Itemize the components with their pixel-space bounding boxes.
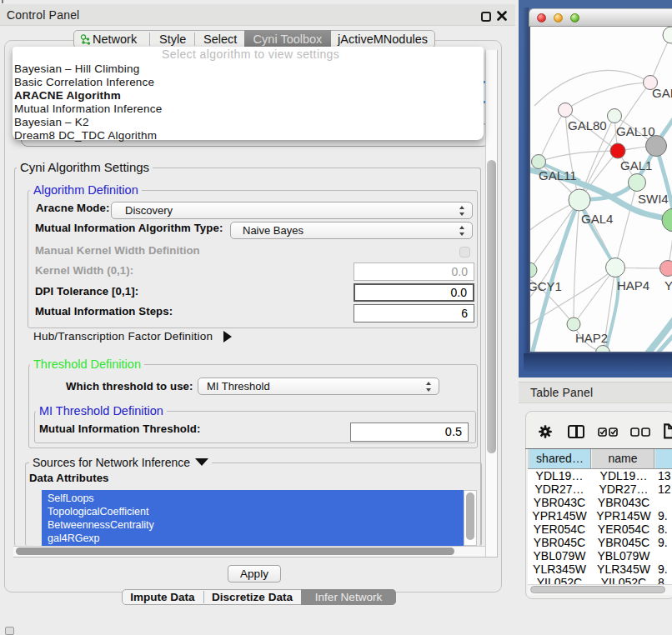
svg-text:GAL4: GAL4 [581,212,613,226]
svg-text:GCY1: GCY1 [530,279,562,293]
svg-text:HAP2: HAP2 [575,331,608,345]
svg-text:GAL11: GAL11 [539,168,577,182]
svg-text:HAP4: HAP4 [617,278,649,292]
svg-text:GAL10: GAL10 [616,124,655,138]
svg-text:GAL1: GAL1 [620,158,652,172]
svg-text:GAL: GAL [652,86,672,100]
svg-text:Y: Y [664,278,672,292]
svg-text:SWI4: SWI4 [638,192,669,206]
svg-text:GAL80: GAL80 [568,118,607,132]
